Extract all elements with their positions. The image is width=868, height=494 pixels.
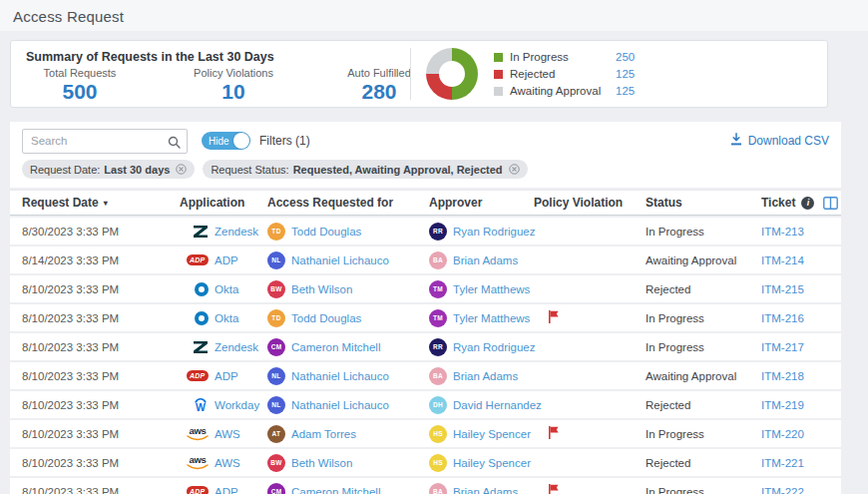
ticket-link[interactable]: ITM-214 — [761, 254, 804, 266]
cell-ticket: ITM-222 — [761, 486, 823, 494]
application-link[interactable]: Zendesk — [215, 226, 258, 238]
summary-title: Summary of Requests in the Last 30 Days — [26, 50, 410, 64]
person-name-link[interactable]: Beth Wilson — [291, 283, 352, 295]
ticket-link[interactable]: ITM-221 — [761, 457, 804, 469]
person-name-link[interactable]: Beth Wilson — [291, 457, 352, 469]
requested-for-person: CMCameron Mitchell — [267, 483, 429, 494]
application-link[interactable]: Okta — [215, 283, 238, 295]
cell-ticket: ITM-215 — [761, 283, 823, 295]
chip-close-icon[interactable] — [509, 164, 520, 175]
requested-for-person: ATAdam Torres — [267, 425, 429, 443]
table-row: 8/10/2023 3:33 PMADPADPCMCameron Mitchel… — [10, 478, 841, 494]
cell-application: Okta — [180, 311, 267, 325]
application-link[interactable]: Zendesk — [215, 341, 258, 353]
adp-logo: ADP — [187, 486, 209, 494]
person-name-link[interactable]: Ryan Rodriguez — [453, 341, 535, 353]
application-link[interactable]: AWS — [215, 457, 240, 469]
cell-access-requested-for: NLNathaniel Lichauco — [267, 396, 429, 414]
column-header-access-requested-for[interactable]: Access Requested for — [267, 196, 429, 210]
legend-label: In Progress — [510, 51, 616, 63]
ticket-link[interactable]: ITM-215 — [761, 283, 804, 295]
column-header-request-date[interactable]: Request Date ▾ — [10, 196, 180, 210]
application-link[interactable]: ADP — [215, 254, 238, 266]
cell-request-date: 8/10/2023 3:33 PM — [10, 399, 180, 411]
adp-logo: ADP — [187, 370, 209, 381]
zendesk-logo — [194, 341, 209, 353]
avatar: HS — [429, 425, 447, 443]
person-name-link[interactable]: Adam Torres — [291, 428, 356, 440]
legend-value[interactable]: 125 — [616, 85, 635, 97]
summary-stats: Total Requests 500 Policy Violations 10 … — [26, 67, 410, 104]
avatar: TD — [267, 223, 285, 241]
person-name-link[interactable]: Tyler Matthews — [453, 312, 530, 324]
policy-violation-flag-icon — [548, 484, 559, 494]
cell-access-requested-for: CMCameron Mitchell — [267, 338, 429, 356]
search-input[interactable] — [22, 129, 188, 154]
person-name-link[interactable]: Tyler Matthews — [453, 283, 530, 295]
approver-person: BABrian Adams — [429, 251, 534, 269]
person-name-link[interactable]: Cameron Mitchell — [291, 341, 380, 353]
column-header-approver[interactable]: Approver — [429, 196, 534, 210]
cell-status: In Progress — [646, 486, 761, 494]
filter-chip[interactable]: Request Status:Requested, Awaiting Appro… — [203, 160, 527, 179]
filter-chip[interactable]: Request Date:Last 30 days — [22, 160, 195, 179]
cell-application: Okta — [180, 282, 267, 296]
summary-card: Summary of Requests in the Last 30 Days … — [10, 40, 828, 108]
person-name-link[interactable]: Brian Adams — [453, 254, 518, 266]
ticket-link[interactable]: ITM-217 — [761, 341, 804, 353]
chip-close-icon[interactable] — [176, 164, 187, 175]
application-link[interactable]: AWS — [215, 428, 240, 440]
legend-label: Rejected — [510, 68, 616, 80]
application-link[interactable]: Workday — [215, 399, 259, 411]
columns-settings-icon[interactable] — [823, 197, 841, 210]
cell-status: Awaiting Approval — [646, 370, 761, 382]
column-header-policy-violation[interactable]: Policy Violation — [534, 196, 646, 210]
person-name-link[interactable]: Ryan Rodriguez — [453, 226, 535, 238]
person-name-link[interactable]: Brian Adams — [453, 370, 518, 382]
ticket-link[interactable]: ITM-218 — [761, 370, 804, 382]
application-link[interactable]: Okta — [215, 312, 238, 324]
search-box — [22, 129, 188, 154]
cell-request-date: 8/10/2023 3:33 PM — [10, 457, 180, 469]
cell-approver: BABrian Adams — [429, 251, 534, 269]
ticket-link[interactable]: ITM-213 — [761, 226, 804, 238]
requested-for-person: CMCameron Mitchell — [267, 338, 429, 356]
application-link[interactable]: ADP — [215, 370, 238, 382]
column-header-status[interactable]: Status — [646, 196, 761, 210]
cell-ticket: ITM-217 — [761, 341, 823, 353]
requested-for-person: TDTodd Douglas — [267, 223, 429, 241]
person-name-link[interactable]: David Hernandez — [453, 399, 542, 411]
chip-value: Requested, Awaiting Approval, Rejected — [293, 164, 503, 176]
ticket-link[interactable]: ITM-222 — [761, 486, 804, 494]
column-header-application[interactable]: Application — [180, 196, 267, 210]
page-title: Access Request — [13, 8, 868, 25]
cell-request-date: 8/10/2023 3:33 PM — [10, 428, 180, 440]
cell-access-requested-for: ATAdam Torres — [267, 425, 429, 443]
approver-person: RRRyan Rodriguez — [429, 338, 534, 356]
cell-ticket: ITM-216 — [761, 312, 823, 324]
ticket-link[interactable]: ITM-216 — [761, 312, 804, 324]
cell-access-requested-for: NLNathaniel Lichauco — [267, 251, 429, 269]
avatar: NL — [267, 251, 285, 269]
application-link[interactable]: ADP — [215, 486, 238, 494]
avatar: TM — [429, 280, 447, 298]
person-name-link[interactable]: Todd Douglas — [291, 226, 361, 238]
table-row: 8/10/2023 3:33 PMWWorkdayNLNathaniel Lic… — [10, 391, 841, 418]
person-name-link[interactable]: Nathaniel Lichauco — [291, 370, 389, 382]
person-name-link[interactable]: Cameron Mitchell — [291, 486, 380, 494]
person-name-link[interactable]: Brian Adams — [453, 486, 518, 494]
filters-toggle[interactable]: Hide — [202, 132, 250, 150]
ticket-link[interactable]: ITM-219 — [761, 399, 804, 411]
legend-value[interactable]: 250 — [616, 51, 635, 63]
person-name-link[interactable]: Hailey Spencer — [453, 457, 531, 469]
legend-value[interactable]: 125 — [616, 68, 635, 80]
info-icon[interactable]: i — [801, 197, 814, 210]
person-name-link[interactable]: Hailey Spencer — [453, 428, 531, 440]
column-header-ticket[interactable]: Ticket i — [761, 196, 823, 210]
person-name-link[interactable]: Nathaniel Lichauco — [291, 254, 389, 266]
search-icon — [168, 135, 181, 153]
person-name-link[interactable]: Nathaniel Lichauco — [291, 399, 389, 411]
ticket-link[interactable]: ITM-220 — [761, 428, 804, 440]
download-csv-button[interactable]: Download CSV — [730, 133, 829, 149]
person-name-link[interactable]: Todd Douglas — [291, 312, 361, 324]
